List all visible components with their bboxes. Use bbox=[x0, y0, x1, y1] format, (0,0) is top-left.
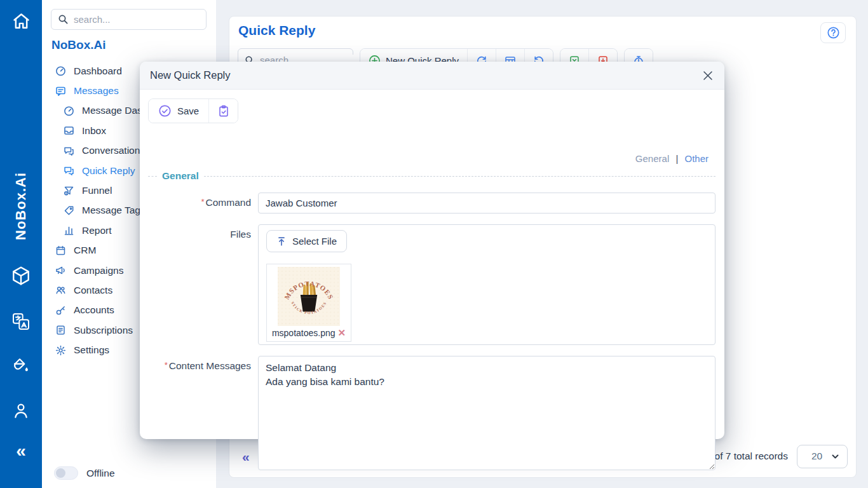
offline-toggle[interactable] bbox=[54, 466, 78, 480]
sidebar-item-label: Subscriptions bbox=[74, 325, 133, 336]
select-file-label: Select File bbox=[292, 236, 337, 247]
sidebar-item-label: Report bbox=[82, 225, 112, 236]
collapse-sidebar-icon[interactable]: « bbox=[16, 442, 26, 460]
remove-file-icon[interactable]: ✕ bbox=[338, 327, 346, 339]
sidebar-search-input[interactable] bbox=[74, 14, 200, 25]
files-dropzone[interactable]: Select File bbox=[258, 224, 715, 345]
content-messages-row: *Content Messages Selamat Datang Ada yan… bbox=[148, 356, 715, 473]
check-circle-icon bbox=[158, 104, 172, 118]
help-button[interactable] bbox=[820, 22, 846, 43]
nav-rail: NoBox.Ai « bbox=[0, 0, 42, 488]
sidebar-item-label: Accounts bbox=[74, 304, 114, 316]
mspotatoes-logo-image: MSPOTATOES STICK POTATOES bbox=[278, 267, 340, 326]
tab-general[interactable]: General bbox=[635, 153, 669, 164]
file-name: mspotatoes.png bbox=[272, 328, 336, 338]
brand-vertical: NoBox.Ai bbox=[13, 172, 29, 240]
command-row: *Command bbox=[148, 193, 715, 214]
bar-chart-icon bbox=[64, 225, 74, 236]
dialog-tabs: General | Other bbox=[635, 153, 709, 164]
command-input[interactable] bbox=[258, 193, 715, 214]
tab-other[interactable]: Other bbox=[684, 153, 709, 164]
inbox-icon bbox=[64, 125, 74, 136]
calendar-icon bbox=[55, 245, 66, 256]
profile-icon[interactable] bbox=[11, 400, 31, 421]
sidebar-brand: NoBox.Ai bbox=[51, 38, 106, 52]
sidebar-item-label: Campaigns bbox=[74, 265, 123, 276]
users-icon bbox=[55, 285, 66, 295]
sidebar-item-label: Inbox bbox=[82, 125, 106, 137]
sidebar-search bbox=[51, 9, 207, 30]
sidebar-item-label: Contacts bbox=[74, 285, 112, 296]
content-messages-textarea[interactable]: Selamat Datang Ada yang bisa kami bantu? bbox=[258, 356, 715, 470]
search-icon bbox=[58, 14, 69, 25]
page-size-value: 20 bbox=[811, 451, 822, 462]
files-row: Files Select File bbox=[148, 224, 715, 345]
home-icon[interactable] bbox=[11, 11, 31, 31]
tag-icon bbox=[64, 205, 74, 216]
sidebar-item-label: Funnel bbox=[82, 185, 112, 196]
sidebar-item-label: Message Tags bbox=[82, 205, 146, 216]
sidebar-item-label: Messages bbox=[74, 85, 119, 97]
section-general-title: General bbox=[162, 170, 199, 182]
sidebar-item-label: Conversations bbox=[82, 145, 145, 156]
sidebar-item-label: Settings bbox=[74, 344, 109, 356]
offline-label: Offline bbox=[86, 468, 115, 479]
gear-icon bbox=[55, 345, 66, 356]
offline-row: Offline bbox=[54, 466, 115, 480]
megaphone-icon bbox=[55, 265, 66, 276]
close-icon[interactable] bbox=[702, 69, 714, 82]
document-icon bbox=[55, 325, 66, 336]
content-messages-label: *Content Messages bbox=[148, 356, 258, 473]
new-quick-reply-dialog: New Quick Reply Save General | Other Gen… bbox=[140, 62, 724, 439]
clipboard-check-icon bbox=[217, 105, 230, 118]
dialog-actions: Save bbox=[148, 98, 238, 123]
command-label: *Command bbox=[148, 193, 258, 214]
save-button[interactable]: Save bbox=[149, 99, 209, 123]
tabs-divider: | bbox=[675, 153, 678, 164]
sidebar-item-label: Quick Reply bbox=[82, 165, 135, 177]
required-asterisk: * bbox=[201, 197, 204, 207]
page-title: Quick Reply bbox=[238, 23, 315, 38]
section-general: General bbox=[148, 170, 715, 182]
select-file-button[interactable]: Select File bbox=[266, 230, 347, 252]
chevron-down-icon bbox=[831, 452, 839, 461]
gauge-icon bbox=[64, 105, 74, 116]
files-label: Files bbox=[148, 224, 258, 345]
upload-icon bbox=[276, 236, 287, 247]
sidebar-item-label: Dashboard bbox=[74, 65, 122, 77]
page-size-select[interactable]: 20 bbox=[797, 445, 848, 468]
chat-lines-icon bbox=[55, 86, 66, 97]
paint-drop-icon[interactable] bbox=[11, 356, 31, 376]
translate-icon[interactable] bbox=[11, 311, 31, 332]
required-asterisk: * bbox=[165, 360, 168, 370]
save-label: Save bbox=[177, 105, 199, 116]
dialog-title: New Quick Reply bbox=[150, 69, 231, 81]
package-icon[interactable] bbox=[10, 264, 32, 287]
gauge-icon bbox=[55, 65, 66, 76]
file-thumbnail-card: MSPOTATOES STICK POTATOES mspotatoes.png… bbox=[266, 264, 351, 342]
dialog-header: New Quick Reply bbox=[140, 62, 724, 90]
sidebar-item-label: CRM bbox=[74, 245, 96, 256]
key-icon bbox=[55, 305, 66, 316]
chats-icon bbox=[64, 146, 74, 156]
chats-icon bbox=[64, 165, 74, 176]
dialog-body: Save General | Other General *Command Fi… bbox=[140, 90, 724, 482]
clipboard-button[interactable] bbox=[209, 99, 238, 123]
funnel-icon bbox=[64, 186, 74, 196]
